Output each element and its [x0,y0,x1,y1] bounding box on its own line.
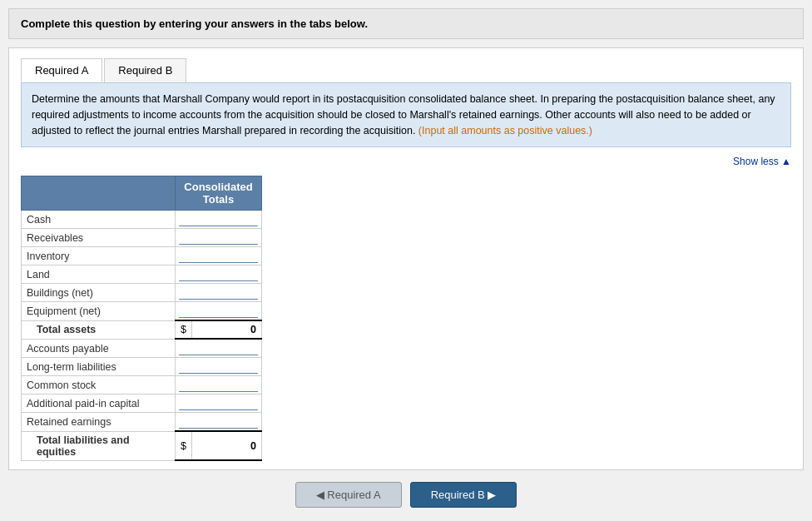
total-value: 0 [192,431,262,460]
total-label: Total assets [22,320,176,339]
row-input-cell[interactable] [176,211,262,229]
row-input[interactable] [179,304,258,318]
row-label: Retained earnings [22,413,176,432]
show-less-link[interactable]: Show less ▲ [21,156,791,167]
table-row: Receivables [22,229,262,247]
row-input-cell[interactable] [176,265,262,284]
row-input-cell[interactable] [176,394,262,413]
prev-button[interactable]: ◀ Required A [295,482,402,508]
total-value: 0 [192,320,262,339]
dollar-sign: $ [176,320,192,339]
row-input-cell[interactable] [176,339,262,358]
table-row: Total liabilities and equities$0 [22,431,262,460]
table-row: Inventory [22,247,262,265]
row-input[interactable] [179,378,258,392]
row-label: Long-term liabilities [22,358,176,376]
row-label: Receivables [22,229,176,247]
row-label: Equipment (net) [22,302,176,321]
row-label: Inventory [22,247,176,265]
row-input-cell[interactable] [176,302,262,321]
row-label: Land [22,265,176,284]
row-input[interactable] [179,249,258,263]
table-row: Long-term liabilities [22,358,262,376]
tab-required-b[interactable]: Required B [104,58,186,82]
next-button[interactable]: Required B ▶ [410,482,517,508]
content-area: Required A Required B Determine the amou… [8,47,804,470]
table-row: Cash [22,211,262,229]
table-row: Additional paid-in capital [22,394,262,413]
row-label: Accounts payable [22,339,176,358]
table-row: Retained earnings [22,413,262,432]
col-header-totals: Consolidated Totals [176,176,262,211]
col-header-label [22,176,176,211]
consolidated-table: Consolidated Totals CashReceivablesInven… [21,176,262,461]
row-label: Common stock [22,376,176,394]
row-input-cell[interactable] [176,247,262,265]
table-container: Consolidated Totals CashReceivablesInven… [21,176,262,461]
row-input[interactable] [179,360,258,374]
row-input[interactable] [179,341,258,355]
tab-required-a[interactable]: Required A [21,58,102,82]
row-input-cell[interactable] [176,413,262,432]
row-input-cell[interactable] [176,229,262,247]
row-input-cell[interactable] [176,284,262,302]
instruction-text: Complete this question by entering your … [21,17,368,30]
tabs-area: Required A Required B [21,58,791,82]
row-label: Buildings (net) [22,284,176,302]
description-highlight: (Input all amounts as positive values.) [418,125,592,136]
page-wrapper: Complete this question by entering your … [0,0,812,516]
row-input[interactable] [179,212,258,226]
row-input[interactable] [179,285,258,300]
description-text: Determine the amounts that Marshall Comp… [32,93,775,136]
table-row: Equipment (net) [22,302,262,321]
table-row: Land [22,265,262,284]
table-row: Total assets$0 [22,320,262,339]
instruction-bar: Complete this question by entering your … [8,8,804,39]
row-label: Additional paid-in capital [22,394,176,413]
row-input[interactable] [179,396,258,410]
row-input-cell[interactable] [176,376,262,394]
row-input[interactable] [179,231,258,245]
description-box: Determine the amounts that Marshall Comp… [21,82,791,147]
table-row: Buildings (net) [22,284,262,302]
row-input-cell[interactable] [176,358,262,376]
total-label: Total liabilities and equities [22,431,176,460]
table-row: Accounts payable [22,339,262,358]
nav-buttons: ◀ Required A Required B ▶ [8,482,804,508]
dollar-sign: $ [176,431,192,460]
row-input[interactable] [179,414,258,429]
table-row: Common stock [22,376,262,394]
row-input[interactable] [179,267,258,281]
row-label: Cash [22,211,176,229]
